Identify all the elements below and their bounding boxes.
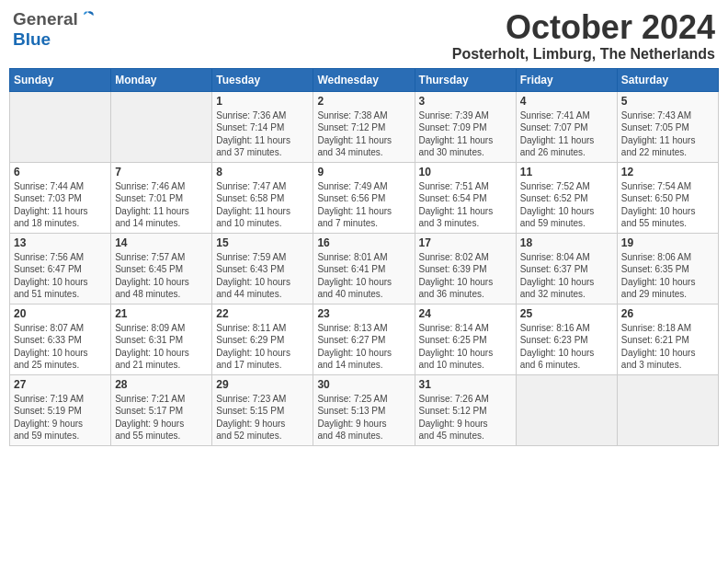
day-info: Sunrise: 7:26 AMSunset: 5:12 PMDaylight:…: [419, 393, 512, 442]
day-info: Sunrise: 7:54 AMSunset: 6:50 PMDaylight:…: [621, 180, 714, 230]
day-cell: 30Sunrise: 7:25 AMSunset: 5:13 PMDayligh…: [313, 374, 415, 445]
day-cell: 2Sunrise: 7:38 AMSunset: 7:12 PMDaylight…: [313, 91, 415, 162]
day-cell: 24Sunrise: 8:14 AMSunset: 6:25 PMDayligh…: [415, 304, 516, 374]
day-info: Sunrise: 7:51 AMSunset: 6:54 PMDaylight:…: [419, 180, 512, 230]
day-cell: 6Sunrise: 7:44 AMSunset: 7:03 PMDaylight…: [10, 162, 111, 233]
day-cell: 10Sunrise: 7:51 AMSunset: 6:54 PMDayligh…: [415, 162, 516, 233]
day-info: Sunrise: 7:57 AMSunset: 6:45 PMDaylight:…: [115, 251, 208, 301]
day-cell: 7Sunrise: 7:46 AMSunset: 7:01 PMDaylight…: [111, 162, 212, 233]
weekday-header-saturday: Saturday: [617, 68, 718, 91]
day-info: Sunrise: 7:19 AMSunset: 5:19 PMDaylight:…: [14, 393, 107, 442]
day-info: Sunrise: 8:11 AMSunset: 6:29 PMDaylight:…: [216, 322, 309, 372]
day-number: 8: [216, 166, 309, 178]
day-cell: 4Sunrise: 7:41 AMSunset: 7:07 PMDaylight…: [516, 91, 617, 162]
day-cell: 9Sunrise: 7:49 AMSunset: 6:56 PMDaylight…: [313, 162, 415, 233]
day-cell: 17Sunrise: 8:02 AMSunset: 6:39 PMDayligh…: [415, 233, 516, 304]
day-info: Sunrise: 8:07 AMSunset: 6:33 PMDaylight:…: [14, 322, 107, 372]
calendar-table: SundayMondayTuesdayWednesdayThursdayFrid…: [9, 68, 719, 446]
weekday-header-friday: Friday: [516, 68, 617, 91]
day-cell: 11Sunrise: 7:52 AMSunset: 6:52 PMDayligh…: [516, 162, 617, 233]
day-number: 3: [419, 95, 512, 108]
week-row-5: 27Sunrise: 7:19 AMSunset: 5:19 PMDayligh…: [10, 374, 719, 445]
day-cell: 23Sunrise: 8:13 AMSunset: 6:27 PMDayligh…: [313, 304, 415, 374]
weekday-header-thursday: Thursday: [415, 68, 516, 91]
logo: General Blue: [13, 9, 96, 50]
day-info: Sunrise: 7:44 AMSunset: 7:03 PMDaylight:…: [14, 180, 107, 230]
day-cell: 31Sunrise: 7:26 AMSunset: 5:12 PMDayligh…: [415, 374, 516, 445]
day-info: Sunrise: 8:13 AMSunset: 6:27 PMDaylight:…: [317, 322, 410, 372]
logo-general: General: [13, 9, 78, 29]
day-cell: 21Sunrise: 8:09 AMSunset: 6:31 PMDayligh…: [111, 304, 212, 374]
day-info: Sunrise: 7:49 AMSunset: 6:56 PMDaylight:…: [317, 180, 410, 230]
day-info: Sunrise: 8:16 AMSunset: 6:23 PMDaylight:…: [520, 322, 613, 372]
day-number: 10: [419, 166, 512, 178]
day-info: Sunrise: 7:59 AMSunset: 6:43 PMDaylight:…: [216, 251, 309, 301]
day-number: 6: [14, 166, 107, 178]
weekday-header-monday: Monday: [111, 68, 212, 91]
day-number: 13: [14, 236, 107, 249]
day-number: 31: [419, 378, 512, 391]
day-number: 30: [317, 378, 410, 391]
day-cell: 16Sunrise: 8:01 AMSunset: 6:41 PMDayligh…: [313, 233, 415, 304]
day-info: Sunrise: 8:18 AMSunset: 6:21 PMDaylight:…: [621, 322, 714, 372]
day-number: 17: [419, 236, 512, 249]
logo-blue-text: Blue: [13, 29, 51, 49]
day-info: Sunrise: 7:56 AMSunset: 6:47 PMDaylight:…: [14, 251, 107, 301]
day-info: Sunrise: 8:02 AMSunset: 6:39 PMDaylight:…: [419, 251, 512, 301]
day-number: 2: [317, 95, 410, 108]
day-number: 27: [14, 378, 107, 391]
day-info: Sunrise: 7:47 AMSunset: 6:58 PMDaylight:…: [216, 180, 309, 230]
day-number: 1: [216, 95, 309, 108]
month-title: October 2024: [452, 9, 715, 46]
day-cell: [111, 91, 212, 162]
day-cell: 8Sunrise: 7:47 AMSunset: 6:58 PMDaylight…: [212, 162, 313, 233]
day-number: 9: [317, 166, 410, 178]
day-cell: 19Sunrise: 8:06 AMSunset: 6:35 PMDayligh…: [617, 233, 718, 304]
day-cell: 1Sunrise: 7:36 AMSunset: 7:14 PMDaylight…: [212, 91, 313, 162]
day-info: Sunrise: 7:41 AMSunset: 7:07 PMDaylight:…: [520, 109, 613, 159]
day-cell: 3Sunrise: 7:39 AMSunset: 7:09 PMDaylight…: [415, 91, 516, 162]
day-number: 4: [520, 95, 613, 108]
day-cell: 14Sunrise: 7:57 AMSunset: 6:45 PMDayligh…: [111, 233, 212, 304]
day-number: 20: [14, 307, 107, 320]
day-cell: 27Sunrise: 7:19 AMSunset: 5:19 PMDayligh…: [10, 374, 111, 445]
day-info: Sunrise: 8:04 AMSunset: 6:37 PMDaylight:…: [520, 251, 613, 301]
day-info: Sunrise: 7:38 AMSunset: 7:12 PMDaylight:…: [317, 109, 410, 159]
day-cell: 22Sunrise: 8:11 AMSunset: 6:29 PMDayligh…: [212, 304, 313, 374]
day-cell: 26Sunrise: 8:18 AMSunset: 6:21 PMDayligh…: [617, 304, 718, 374]
day-cell: 13Sunrise: 7:56 AMSunset: 6:47 PMDayligh…: [10, 233, 111, 304]
day-cell: 12Sunrise: 7:54 AMSunset: 6:50 PMDayligh…: [617, 162, 718, 233]
weekday-header-tuesday: Tuesday: [212, 68, 313, 91]
week-row-2: 6Sunrise: 7:44 AMSunset: 7:03 PMDaylight…: [10, 162, 719, 233]
day-cell: 5Sunrise: 7:43 AMSunset: 7:05 PMDaylight…: [617, 91, 718, 162]
day-info: Sunrise: 8:14 AMSunset: 6:25 PMDaylight:…: [419, 322, 512, 372]
day-info: Sunrise: 7:21 AMSunset: 5:17 PMDaylight:…: [115, 393, 208, 442]
day-number: 24: [419, 307, 512, 320]
weekday-header-row: SundayMondayTuesdayWednesdayThursdayFrid…: [10, 68, 719, 91]
day-cell: [516, 374, 617, 445]
day-number: 28: [115, 378, 208, 391]
day-number: 29: [216, 378, 309, 391]
location-subtitle: Posterholt, Limburg, The Netherlands: [452, 46, 715, 63]
day-cell: 15Sunrise: 7:59 AMSunset: 6:43 PMDayligh…: [212, 233, 313, 304]
weekday-header-sunday: Sunday: [10, 68, 111, 91]
day-info: Sunrise: 7:23 AMSunset: 5:15 PMDaylight:…: [216, 393, 309, 442]
day-number: 26: [621, 307, 714, 320]
week-row-4: 20Sunrise: 8:07 AMSunset: 6:33 PMDayligh…: [10, 304, 719, 374]
day-number: 25: [520, 307, 613, 320]
day-number: 22: [216, 307, 309, 320]
day-number: 5: [621, 95, 714, 108]
week-row-3: 13Sunrise: 7:56 AMSunset: 6:47 PMDayligh…: [10, 233, 719, 304]
day-number: 15: [216, 236, 309, 249]
day-info: Sunrise: 7:39 AMSunset: 7:09 PMDaylight:…: [419, 109, 512, 159]
day-number: 12: [621, 166, 714, 178]
day-info: Sunrise: 8:01 AMSunset: 6:41 PMDaylight:…: [317, 251, 410, 301]
day-info: Sunrise: 7:43 AMSunset: 7:05 PMDaylight:…: [621, 109, 714, 159]
day-info: Sunrise: 7:52 AMSunset: 6:52 PMDaylight:…: [520, 180, 613, 230]
day-info: Sunrise: 7:36 AMSunset: 7:14 PMDaylight:…: [216, 109, 309, 159]
day-cell: 20Sunrise: 8:07 AMSunset: 6:33 PMDayligh…: [10, 304, 111, 374]
weekday-header-wednesday: Wednesday: [313, 68, 415, 91]
page-header: General Blue October 2024 Posterholt, Li…: [9, 9, 719, 63]
day-info: Sunrise: 7:46 AMSunset: 7:01 PMDaylight:…: [115, 180, 208, 230]
day-cell: 25Sunrise: 8:16 AMSunset: 6:23 PMDayligh…: [516, 304, 617, 374]
